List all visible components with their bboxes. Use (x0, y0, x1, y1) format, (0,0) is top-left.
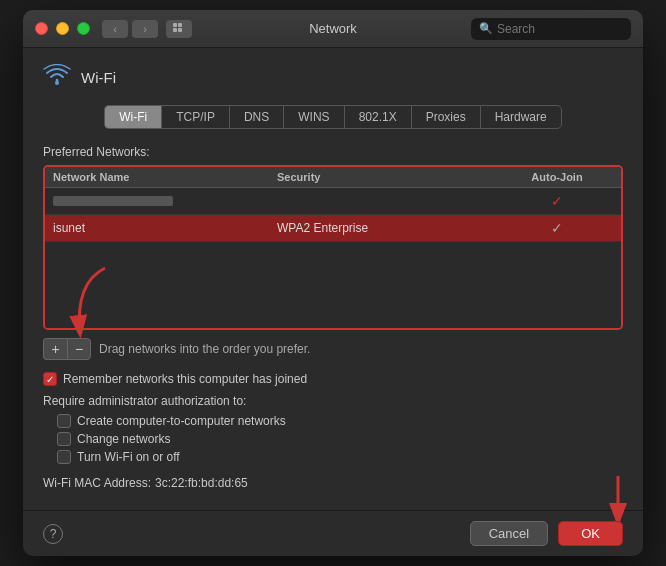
col-header-name: Network Name (53, 171, 277, 183)
network-autojoin-2: ✓ (501, 220, 613, 236)
network-name-redacted (53, 196, 277, 206)
back-button[interactable]: ‹ (102, 20, 128, 38)
col-header-autojoin: Auto-Join (501, 171, 613, 183)
svg-rect-0 (173, 23, 177, 27)
svg-rect-3 (178, 28, 182, 32)
wifi-icon (43, 64, 71, 91)
remember-label: Remember networks this computer has join… (63, 372, 307, 386)
mac-value: 3c:22:fb:bd:dd:65 (155, 476, 248, 490)
mac-address-row: Wi-Fi MAC Address: 3c:22:fb:bd:dd:65 (43, 476, 623, 490)
help-button[interactable]: ? (43, 524, 63, 544)
grid-button[interactable] (166, 20, 192, 38)
network-table: Network Name Security Auto-Join ✓ i (43, 165, 623, 330)
ok-area: OK (558, 521, 623, 546)
add-network-button[interactable]: + (43, 338, 67, 360)
wifi-title: Wi-Fi (81, 69, 116, 86)
content-area: Wi-Fi Wi-Fi TCP/IP DNS WINS 802.1X Proxi… (23, 48, 643, 510)
remember-checkbox[interactable]: ✓ (43, 372, 57, 386)
tabs-bar: Wi-Fi TCP/IP DNS WINS 802.1X Proxies Har… (43, 105, 623, 129)
network-autojoin-1: ✓ (501, 193, 613, 209)
mac-label: Wi-Fi MAC Address: (43, 476, 151, 490)
drag-hint-text: Drag networks into the order you prefer. (99, 342, 310, 356)
svg-rect-2 (173, 28, 177, 32)
search-input[interactable] (497, 22, 617, 36)
admin-checkbox-2[interactable] (57, 432, 71, 446)
table-header: Network Name Security Auto-Join (45, 167, 621, 188)
admin-option-3: Turn Wi-Fi on or off (43, 450, 623, 464)
network-name-isunet: isunet (53, 221, 277, 235)
tab-wifi[interactable]: Wi-Fi (104, 105, 161, 129)
tab-wins[interactable]: WINS (283, 105, 343, 129)
network-window: ‹ › Network 🔍 (23, 10, 643, 556)
window-title: Network (309, 21, 357, 36)
tab-proxies[interactable]: Proxies (411, 105, 480, 129)
admin-section: Require administrator authorization to: … (43, 394, 623, 464)
admin-option-2: Change networks (43, 432, 623, 446)
add-remove-buttons: + − (43, 338, 91, 360)
table-body: ✓ isunet WPA2 Enterprise ✓ (45, 188, 621, 328)
wifi-header: Wi-Fi (43, 64, 623, 91)
checkmark-icon: ✓ (551, 220, 563, 236)
search-box[interactable]: 🔍 (471, 18, 631, 40)
admin-option-1-label: Create computer-to-computer networks (77, 414, 286, 428)
admin-option-2-label: Change networks (77, 432, 170, 446)
footer: ? Cancel OK (23, 510, 643, 556)
maximize-button[interactable] (77, 22, 90, 35)
tab-8021x[interactable]: 802.1X (344, 105, 411, 129)
network-security-isunet: WPA2 Enterprise (277, 221, 501, 235)
admin-option-1: Create computer-to-computer networks (43, 414, 623, 428)
admin-label: Require administrator authorization to: (43, 394, 623, 408)
col-header-security: Security (277, 171, 501, 183)
table-row[interactable]: isunet WPA2 Enterprise ✓ (45, 215, 621, 242)
svg-point-4 (55, 81, 59, 85)
close-button[interactable] (35, 22, 48, 35)
cancel-button[interactable]: Cancel (470, 521, 548, 546)
tab-tcpip[interactable]: TCP/IP (161, 105, 229, 129)
remove-network-button[interactable]: − (67, 338, 91, 360)
tab-hardware[interactable]: Hardware (480, 105, 562, 129)
remember-row: ✓ Remember networks this computer has jo… (43, 372, 623, 386)
admin-option-3-label: Turn Wi-Fi on or off (77, 450, 180, 464)
minimize-button[interactable] (56, 22, 69, 35)
tab-dns[interactable]: DNS (229, 105, 283, 129)
search-icon: 🔍 (479, 22, 493, 35)
forward-button[interactable]: › (132, 20, 158, 38)
traffic-lights (35, 22, 90, 35)
svg-rect-1 (178, 23, 182, 27)
nav-buttons: ‹ › (102, 20, 192, 38)
titlebar: ‹ › Network 🔍 (23, 10, 643, 48)
admin-checkbox-1[interactable] (57, 414, 71, 428)
table-row[interactable]: ✓ (45, 188, 621, 215)
admin-checkbox-3[interactable] (57, 450, 71, 464)
bottom-controls: + − Drag networks into the order you pre… (43, 338, 623, 360)
footer-buttons: Cancel OK (470, 521, 623, 546)
preferred-networks-label: Preferred Networks: (43, 145, 623, 159)
ok-button[interactable]: OK (558, 521, 623, 546)
